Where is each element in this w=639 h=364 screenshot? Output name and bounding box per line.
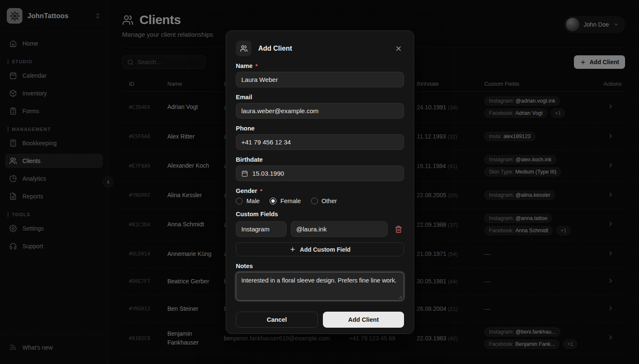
custom-field-key-input[interactable]: [241, 225, 281, 233]
gender-option-male[interactable]: Male: [236, 198, 259, 204]
name-label: Name*: [236, 62, 404, 69]
birthdate-input[interactable]: [252, 170, 399, 177]
custom-field-value-input[interactable]: [296, 225, 382, 233]
add-custom-field-button[interactable]: Add Custom Field: [236, 242, 404, 256]
trash-icon[interactable]: [393, 224, 404, 235]
custom-field-row: [236, 221, 404, 237]
close-icon[interactable]: [393, 43, 404, 54]
gender-radio-group: Male Female Other: [236, 198, 404, 204]
gender-label: Gender*: [236, 187, 404, 194]
add-client-modal: Add Client Name* Email Phone Birthdate G…: [226, 30, 414, 334]
required-marker: *: [256, 63, 258, 69]
users-icon: [236, 41, 251, 56]
birthdate-label: Birthdate: [236, 156, 404, 163]
radio-icon[interactable]: [311, 198, 318, 204]
radio-selected-icon[interactable]: [270, 198, 276, 204]
gender-option-other[interactable]: Other: [311, 198, 337, 204]
birthdate-field[interactable]: [236, 166, 404, 181]
calendar-icon: [241, 170, 248, 177]
notes-label: Notes: [236, 263, 404, 269]
plus-icon: [289, 246, 296, 253]
required-marker: *: [260, 188, 262, 194]
email-field[interactable]: [241, 107, 399, 114]
email-label: Email: [236, 94, 404, 101]
custom-fields-label: Custom Fields: [236, 211, 404, 217]
gender-option-female[interactable]: Female: [270, 198, 300, 204]
cancel-button[interactable]: Cancel: [236, 312, 318, 328]
submit-add-client-button[interactable]: Add Client: [323, 312, 404, 328]
name-field[interactable]: [241, 76, 399, 83]
modal-footer: Cancel Add Client: [236, 312, 404, 328]
phone-field[interactable]: [241, 139, 399, 146]
notes-textarea[interactable]: Interested in a floral sleeve design. Pr…: [236, 272, 404, 301]
radio-icon[interactable]: [236, 198, 243, 204]
phone-label: Phone: [236, 125, 404, 132]
notes-wrapper: Interested in a floral sleeve design. Pr…: [236, 272, 404, 302]
modal-header: Add Client: [236, 41, 404, 56]
modal-title: Add Client: [258, 45, 292, 52]
